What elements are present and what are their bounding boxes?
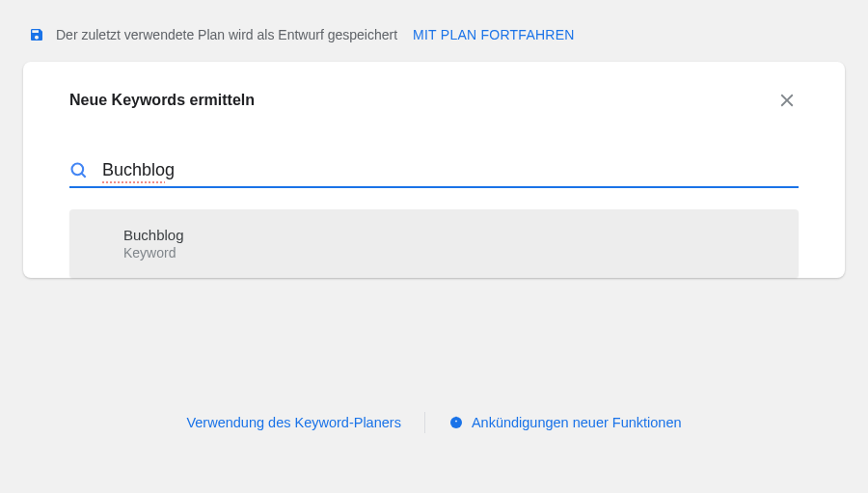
keyword-planner-usage-link[interactable]: Verwendung des Keyword-Planers xyxy=(163,415,423,430)
svg-line-1 xyxy=(82,173,86,177)
close-icon xyxy=(776,90,798,111)
suggestion-title: Buchblog xyxy=(123,227,779,243)
continue-plan-link[interactable]: MIT PLAN FORTFAHREN xyxy=(413,27,575,42)
keyword-search-input[interactable] xyxy=(102,160,799,180)
spellcheck-underline xyxy=(102,181,165,183)
top-banner: Der zuletzt verwendete Plan wird als Ent… xyxy=(0,0,868,62)
search-icon xyxy=(69,161,89,180)
svg-point-3 xyxy=(450,417,462,428)
announcements-link[interactable]: Ankündigungen neuer Funktionen xyxy=(425,415,705,430)
modal-header: Neue Keywords ermitteln xyxy=(23,62,845,131)
footer-links: Verwendung des Keyword-Planers Ankündigu… xyxy=(0,412,868,433)
svg-point-0 xyxy=(72,163,84,175)
save-icon xyxy=(29,27,44,42)
modal-title: Neue Keywords ermitteln xyxy=(69,92,255,109)
keyword-modal: Neue Keywords ermitteln Buchblog Keyword xyxy=(23,62,845,278)
announcement-icon xyxy=(448,415,464,430)
search-area xyxy=(23,131,845,196)
close-button[interactable] xyxy=(775,89,799,112)
suggestion-subtitle: Keyword xyxy=(123,245,779,260)
banner-message: Der zuletzt verwendete Plan wird als Ent… xyxy=(56,27,397,42)
suggestion-item[interactable]: Buchblog Keyword xyxy=(69,209,799,278)
footer-usage-label: Verwendung des Keyword-Planers xyxy=(186,415,400,430)
footer-announcements-label: Ankündigungen neuer Funktionen xyxy=(472,415,682,430)
search-field-wrapper[interactable] xyxy=(69,160,799,188)
